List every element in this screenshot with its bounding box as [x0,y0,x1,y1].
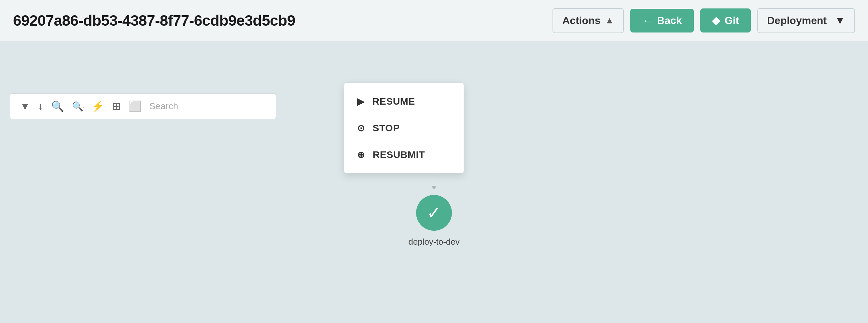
workflow-id: 69207a86-db53-4387-8f77-6cdb9e3d5cb9 [13,12,553,29]
filter-icon[interactable]: ▼ [20,100,30,112]
node-circle-2: ✓ [416,195,452,231]
sort-icon[interactable]: ↓ [38,100,43,112]
toolbar: ▼ ↓ 🔍 🔍- ⚡ ⊞ ⬜ [10,93,276,119]
actions-dropdown: ▶ RESUME ⊙ STOP ⊕ RESUBMIT [344,82,464,174]
resume-icon: ▶ [357,96,365,107]
header: 69207a86-db53-4387-8f77-6cdb9e3d5cb9 Act… [0,0,868,41]
resubmit-icon: ⊕ [357,149,365,160]
node-label-line3: deploy-to-dev [408,237,460,247]
resume-label: RESUME [372,96,415,107]
stop-label: STOP [373,122,400,134]
zoom-in-icon[interactable]: 🔍 [51,100,64,112]
resubmit-menu-item[interactable]: ⊕ RESUBMIT [344,141,464,168]
actions-button[interactable]: Actions ▲ [553,8,624,33]
chevron-down-icon: ▼ [835,14,845,27]
back-label: Back [657,14,682,27]
zoom-out-icon[interactable]: 🔍- [72,101,83,112]
workflow-canvas: ▼ ↓ 🔍 🔍- ⚡ ⊞ ⬜ ▶ RESUME ⊙ STOP ⊕ RESUBMI… [0,41,868,323]
resubmit-label: RESUBMIT [373,149,425,160]
actions-label: Actions [562,14,600,27]
git-label: Git [725,14,739,27]
header-actions: Actions ▲ ← Back ◆ Git Deployment ▼ [553,8,855,33]
stop-menu-item[interactable]: ⊙ STOP [344,115,464,141]
git-button[interactable]: ◆ Git [700,8,751,33]
back-arrow-icon: ← [642,14,652,27]
back-button[interactable]: ← Back [630,9,694,33]
expand-icon[interactable]: ⬜ [129,100,142,112]
workflow-node-2[interactable]: ✓ deploy-to-dev [408,195,460,248]
search-input[interactable] [150,101,266,111]
stop-icon: ⊙ [357,123,365,134]
deployment-button[interactable]: Deployment ▼ [757,8,855,33]
git-diamond-icon: ◆ [712,14,720,27]
deployment-label: Deployment [767,14,827,27]
chevron-up-icon: ▲ [605,15,614,26]
lightning-icon[interactable]: ⚡ [91,100,104,112]
resume-menu-item[interactable]: ▶ RESUME [344,88,464,115]
layout-icon[interactable]: ⊞ [112,100,121,112]
check-icon-2: ✓ [427,203,441,223]
node-label-2: deploy-to-dev [408,236,460,248]
